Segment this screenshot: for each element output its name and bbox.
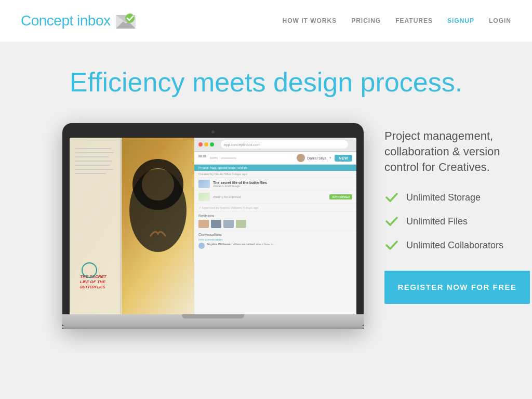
browser-dots [198, 142, 214, 147]
project-bar: Project: Mag, special issue: wild life [194, 165, 356, 171]
app-interface: app.conceptinbox.com 100% [194, 138, 356, 314]
maximize-dot [210, 142, 214, 147]
nav-pricing[interactable]: PRICING [351, 17, 381, 24]
file-thumbnail [198, 180, 210, 188]
new-conversation[interactable]: new conversation [198, 238, 352, 241]
laptop-base [62, 314, 364, 326]
nav-signup[interactable]: SIGNUP [447, 17, 474, 24]
features-list: Unlimited Storage Unlimited Files Unlimi… [384, 190, 530, 252]
feature-label-storage: Unlimited Storage [406, 192, 481, 203]
rev-thumb-3 [223, 220, 234, 228]
browser-bar: app.conceptinbox.com [194, 138, 356, 152]
revisions-section: Revisions [194, 212, 356, 230]
rev-thumb-2 [211, 220, 221, 228]
magazine-overlay: THE SECRET LIFE OF THE BUTTERFLIES [70, 138, 194, 314]
feature-item-collaborators: Unlimited Collaborators [384, 238, 530, 252]
svg-point-3 [125, 14, 135, 23]
status-badge: APPROVED [329, 194, 352, 200]
nav-how-it-works[interactable]: HOW IT WORKS [283, 17, 337, 24]
description: Project management, collaboration & vers… [384, 128, 530, 175]
logo-text: Concept inbox [21, 12, 111, 29]
hero-section: Efficiency meets design process. [0, 42, 532, 381]
laptop-foot [62, 326, 364, 329]
feature-item-files: Unlimited Files [384, 214, 530, 229]
app-toolbar: 100% Daniel Silva ▾ NEW [194, 152, 356, 165]
toolbar-icon [198, 155, 207, 161]
magazine-image: THE SECRET LIFE OF THE BUTTERFLIES [70, 138, 194, 314]
user-name: Daniel Silva [307, 156, 326, 160]
svg-rect-11 [75, 165, 110, 166]
svg-rect-13 [75, 173, 106, 174]
register-button[interactable]: REGISTER NOW FOR FREE [384, 271, 530, 304]
conversations-title: Conversations [198, 233, 352, 236]
logo[interactable]: Concept inbox [21, 12, 136, 29]
logo-icon [116, 13, 136, 29]
browser-address: app.conceptinbox.com [221, 140, 348, 149]
feature-label-files: Unlimited Files [406, 216, 468, 227]
check-icon-collaborators [384, 238, 399, 252]
user-avatar [297, 154, 305, 162]
feature-label-collaborators: Unlimited Collaborators [406, 240, 503, 251]
svg-rect-20 [198, 155, 202, 157]
conv-avatar [198, 243, 205, 249]
laptop-mockup: THE SECRET LIFE OF THE BUTTERFLIES [62, 123, 364, 329]
conversations-section: Conversations new conversation Sophia Wi… [194, 230, 356, 251]
svg-point-15 [137, 164, 179, 205]
check-icon-files [384, 214, 399, 229]
rev-thumb-1 [198, 220, 209, 228]
check-icon-storage [384, 190, 399, 205]
conversation-item: Sophia Williams: When we talked about ho… [198, 243, 352, 249]
feature-item-storage: Unlimited Storage [384, 190, 530, 205]
project-name: Project: Mag, special issue: wild life [198, 166, 247, 169]
nav-features[interactable]: FEATURES [395, 17, 433, 24]
minimize-dot [204, 142, 208, 147]
rev-thumb-4 [236, 220, 246, 228]
main-content: THE SECRET LIFE OF THE BUTTERFLIES [31, 123, 501, 360]
svg-rect-8 [75, 152, 114, 153]
conv-text: Sophia Williams: When we talked about ho… [207, 243, 276, 247]
laptop-body: THE SECRET LIFE OF THE BUTTERFLIES [62, 123, 364, 329]
svg-rect-12 [75, 169, 113, 170]
new-button[interactable]: NEW [335, 155, 352, 162]
nav-login[interactable]: LOGIN [489, 17, 511, 24]
waiting-label: Waiting for approval [213, 195, 326, 198]
svg-rect-9 [75, 156, 109, 157]
svg-rect-7 [75, 148, 111, 149]
file-row: The secret life of the butterflies Artic… [194, 178, 356, 191]
file-sub: Article's lead image [213, 184, 352, 188]
creator-row: Created by Daniel Silva 3 days ago [194, 171, 356, 178]
file-name: The secret life of the butterflies [213, 181, 352, 184]
close-dot [198, 142, 203, 147]
hero-headline: Efficiency meets design process. [31, 68, 501, 97]
main-nav: HOW IT WORKS PRICING FEATURES SIGNUP LOG… [283, 17, 511, 24]
waiting-thumbnail [198, 193, 210, 201]
svg-rect-21 [203, 155, 206, 157]
laptop-screen: THE SECRET LIFE OF THE BUTTERFLIES [70, 138, 356, 314]
revisions-title: Revisions [198, 214, 352, 218]
svg-rect-10 [75, 161, 112, 162]
svg-text:LIFE OF THE: LIFE OF THE [80, 280, 106, 284]
waiting-row: Waiting for approval APPROVED [194, 191, 356, 204]
laptop-camera [211, 130, 215, 134]
right-panel: Project management, collaboration & vers… [384, 123, 530, 304]
revision-thumbs [198, 220, 352, 228]
approved-row: ✓ Approved by Sophia Williams 5 days ago [194, 204, 356, 212]
svg-text:BUTTERFLIES: BUTTERFLIES [80, 285, 105, 289]
